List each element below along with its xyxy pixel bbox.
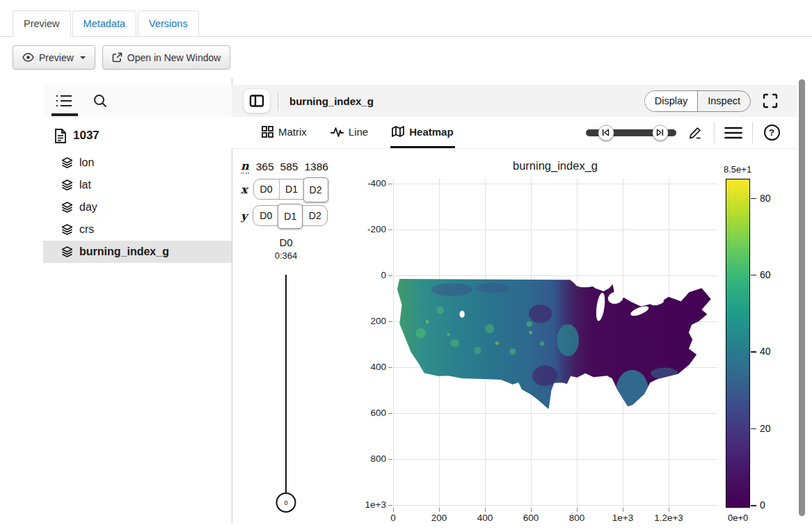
inspect-mode-button[interactable]: Inspect xyxy=(698,91,750,111)
colorbar-tick-label: 80 xyxy=(760,193,771,204)
x-tick-label: 200 xyxy=(418,513,460,523)
preview-dropdown-label: Preview xyxy=(39,52,74,63)
x-tick-label: 1.2e+3 xyxy=(648,513,690,523)
tree-root-item[interactable]: 1037 xyxy=(43,124,232,147)
y-tick-mark xyxy=(388,505,392,506)
open-new-window-button[interactable]: Open in New Window xyxy=(102,45,231,70)
y-tick-mark xyxy=(388,367,392,368)
x-axis-mapper: x D0 D1 D2 xyxy=(241,179,328,200)
tree-item-label: lon xyxy=(79,156,94,169)
matrix-grid-icon xyxy=(262,126,273,138)
tab-versions[interactable]: Versions xyxy=(138,10,199,37)
viewer-title-bar: burning_index_g Display Inspect xyxy=(232,85,797,117)
x-tick-mark xyxy=(623,508,623,512)
slicer-range-label: 0:364 xyxy=(261,250,311,261)
tree-list: lon lat day crs burning_index_g xyxy=(43,152,232,263)
y-tick-mark xyxy=(388,459,392,460)
y-tick-label: -200 xyxy=(351,224,386,234)
y-tick-label: 600 xyxy=(351,408,386,418)
d0-slicer: D0 0:364 0 xyxy=(261,236,311,261)
x-dim-option-d1[interactable]: D1 xyxy=(279,179,304,199)
y-tick-label: -400 xyxy=(351,178,386,188)
tree-item-crs[interactable]: crs xyxy=(43,218,232,241)
vis-tab-label: Matrix xyxy=(278,126,307,138)
edit-domain-button[interactable] xyxy=(685,122,705,143)
search-icon xyxy=(93,93,108,109)
slicer-handle[interactable]: 0 xyxy=(276,492,296,513)
heatmap-canvas[interactable] xyxy=(393,275,712,409)
preview-dropdown-button[interactable]: Preview xyxy=(13,45,95,70)
slicer-track[interactable] xyxy=(285,275,287,495)
domain-range-slider[interactable] xyxy=(586,129,676,136)
vis-tab-heatmap[interactable]: Heatmap xyxy=(390,117,454,148)
y-dim-option-d0[interactable]: D0 xyxy=(253,206,278,225)
viewer-mode-controls: Display Inspect xyxy=(644,90,797,112)
y-tick-mark xyxy=(388,321,392,322)
fullscreen-button[interactable] xyxy=(761,90,780,111)
colorbar-tick-mark xyxy=(751,505,756,506)
tab-versions-label: Versions xyxy=(149,18,188,29)
y-gridline xyxy=(393,505,717,506)
line-plot-icon xyxy=(331,127,344,137)
y-dim-option-d1[interactable]: D1 xyxy=(278,204,303,229)
explorer-tree: 1037 lon lat day crs xyxy=(43,124,232,263)
tab-preview[interactable]: Preview xyxy=(13,10,71,37)
colorbar-tick-mark xyxy=(751,275,756,276)
y-tick-mark xyxy=(388,230,392,230)
layers-icon xyxy=(61,157,73,168)
domain-max-handle[interactable] xyxy=(652,125,668,140)
vis-tab-matrix[interactable]: Matrix xyxy=(260,117,308,148)
x-tick-label: 800 xyxy=(556,513,598,523)
settings-menu-button[interactable] xyxy=(724,122,743,143)
file-icon xyxy=(54,129,67,143)
fullscreen-icon xyxy=(762,93,779,109)
explorer-tree-tab[interactable] xyxy=(54,85,74,116)
tree-item-lon[interactable]: lon xyxy=(43,152,232,174)
y-axis-label: y xyxy=(241,209,247,223)
layers-icon xyxy=(61,246,73,257)
panel-left-icon xyxy=(249,94,264,108)
x-tick-mark xyxy=(531,508,532,512)
action-buttons: Preview Open in New Window xyxy=(13,45,230,70)
page-tabbar: Preview Metadata Versions xyxy=(0,10,812,37)
toolbar-divider xyxy=(714,122,715,143)
x-tick-mark xyxy=(577,508,578,512)
x-dim-option-d2[interactable]: D2 xyxy=(303,177,328,202)
layers-icon xyxy=(61,179,73,191)
colorbar-min-label: 0e+0 xyxy=(728,513,748,523)
colorbar-tick-label: 20 xyxy=(760,423,771,434)
x-dim-group: D0 D1 D2 xyxy=(253,179,328,200)
file-explorer-panel: 1037 lon lat day crs xyxy=(43,85,232,530)
explorer-search-tab[interactable] xyxy=(90,85,110,116)
open-new-window-label: Open in New Window xyxy=(127,52,221,63)
display-inspect-toggle: Display Inspect xyxy=(644,90,751,112)
domain-min-handle[interactable] xyxy=(598,125,614,140)
colorbar xyxy=(726,179,750,508)
sidebar-toggle-button[interactable] xyxy=(243,88,271,113)
colorbar-max-label: 8.5e+1 xyxy=(724,164,751,175)
x-dim-option-d0[interactable]: D0 xyxy=(254,179,279,199)
us-heatmap-silhouette xyxy=(397,279,711,409)
vis-tab-line[interactable]: Line xyxy=(329,117,369,148)
display-mode-button[interactable]: Display xyxy=(645,91,699,111)
y-tick-label: 0 xyxy=(351,270,386,280)
tree-item-label: burning_index_g xyxy=(79,246,169,258)
tree-item-lat[interactable]: lat xyxy=(43,174,232,196)
tab-metadata[interactable]: Metadata xyxy=(72,10,136,37)
y-tick-mark xyxy=(388,275,392,276)
layers-icon xyxy=(61,224,73,235)
eye-icon xyxy=(22,53,34,62)
caret-down-icon xyxy=(80,56,86,59)
tree-item-day[interactable]: day xyxy=(43,196,232,218)
help-button[interactable]: ? xyxy=(762,122,781,143)
y-dim-option-d2[interactable]: D2 xyxy=(302,206,327,225)
colorbar-tick-label: 40 xyxy=(760,346,771,357)
list-icon xyxy=(56,93,72,109)
slicer-dimension-label: D0 xyxy=(261,236,311,248)
vis-tab-label: Heatmap xyxy=(409,126,453,138)
tree-item-burning-index-g[interactable]: burning_index_g xyxy=(43,241,232,263)
vertical-scrollbar-thumb[interactable] xyxy=(799,79,805,516)
pencil-icon xyxy=(688,126,702,140)
x-axis-label: x xyxy=(241,183,248,196)
help-glyph: ? xyxy=(769,127,774,138)
